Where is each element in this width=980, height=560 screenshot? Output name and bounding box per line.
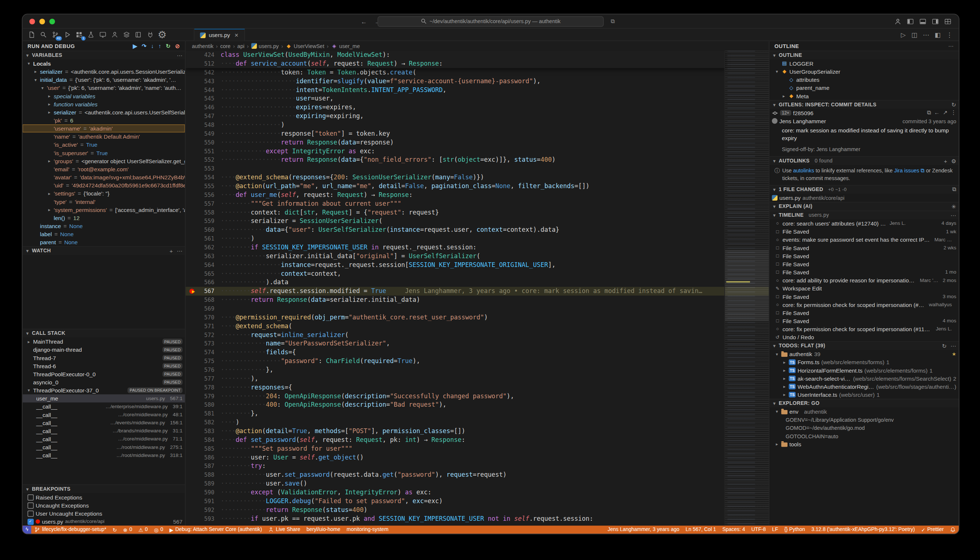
variable-row[interactable]: ▸serializer=<authentik.core.api.users.Us… xyxy=(22,108,185,116)
line-number[interactable]: 560 xyxy=(186,225,220,234)
code-line[interactable]: 591············LOGGER.debug("Failed to s… xyxy=(186,497,769,506)
timeline-item[interactable]: □File Saved4 mos xyxy=(770,317,959,325)
line-number[interactable]: 591 xyxy=(186,497,220,506)
callstack-frame-row[interactable]: user_meusers.py567:1 xyxy=(22,394,185,402)
breakpoints-section-header[interactable]: ▾ BREAKPOINTS xyxy=(22,485,185,493)
todos-refresh-icon[interactable]: ↻ xyxy=(942,343,947,349)
callstack-thread-row[interactable]: asyncio_0PAUSED xyxy=(22,378,185,386)
statusbar-warnings[interactable]: ⚠0 xyxy=(135,525,151,533)
variable-row[interactable]: ▸'system_permissions'=['access_admin_int… xyxy=(22,206,185,214)
breadcrumb[interactable]: authentik›core›api›users.py›◆UserViewSet… xyxy=(186,41,769,51)
breadcrumb-item[interactable]: api xyxy=(237,43,244,49)
tab-users-py[interactable]: users.py ✕ xyxy=(194,28,245,40)
go-env-row[interactable]: ▾envauthentik xyxy=(770,407,959,415)
code-line[interactable]: 584····def set_password(self, request: R… xyxy=(186,436,769,445)
line-number[interactable]: 571 xyxy=(186,322,220,331)
breakpoint-row[interactable]: Uncaught Exceptions xyxy=(22,501,185,509)
timeline-item[interactable]: ○events: make sure password set event ha… xyxy=(770,235,959,243)
line-number[interactable]: ▶567 xyxy=(186,287,220,296)
history-back-button[interactable]: ← xyxy=(360,18,367,25)
minimap-viewport[interactable] xyxy=(725,250,769,321)
line-number[interactable]: 555 xyxy=(186,182,220,191)
todo-file-row[interactable]: ▸TSUserInterface.ts(web/src/user)1 xyxy=(770,390,959,398)
breadcrumb-item[interactable]: users.py xyxy=(251,43,279,49)
code-line[interactable]: 586········user: User = self.get_object(… xyxy=(186,453,769,462)
command-center[interactable]: ~/dev/authentik/authentik/core/api/users… xyxy=(377,16,604,27)
variable-row[interactable]: ▸'groups'=<generator object UserSelfSeri… xyxy=(22,157,185,165)
line-number[interactable]: 552 xyxy=(186,155,220,164)
statusbar-live-share[interactable]: Live Share xyxy=(265,525,303,533)
variable-row[interactable]: ▾'user'={'pk': 6, 'username': 'akadmin',… xyxy=(22,83,185,92)
variable-row[interactable]: label=None xyxy=(22,230,185,238)
disconnect-button[interactable]: ⊘ xyxy=(175,43,180,49)
code-line[interactable]: 566············).data xyxy=(186,278,769,287)
variable-row[interactable]: parent=None xyxy=(22,238,185,246)
line-number[interactable]: 579 xyxy=(186,392,220,400)
code-line[interactable]: 571····@extend_schema( xyxy=(186,322,769,331)
variable-row[interactable]: 'is_superuser'=True xyxy=(22,149,185,157)
watch-more-icon[interactable]: ⋯ xyxy=(177,248,183,254)
statusbar-remote-indicator[interactable]: ϟ xyxy=(22,525,31,533)
variable-row[interactable]: 'email'='root@example.com' xyxy=(22,165,185,173)
code-line[interactable]: 569 xyxy=(186,304,769,313)
code-line[interactable]: 563············serializer.initial_data["… xyxy=(186,252,769,261)
line-number[interactable]: 544 xyxy=(186,85,220,94)
line-number[interactable]: 582 xyxy=(186,418,220,427)
checkbox[interactable] xyxy=(28,494,34,500)
checkbox[interactable] xyxy=(28,510,34,517)
jira-issues-link[interactable]: Jira issues ⧉ xyxy=(894,168,925,174)
todo-file-row[interactable]: ▸TSak-search-select-view.ts(web/src/elem… xyxy=(770,375,959,383)
restart-button[interactable]: ↻ xyxy=(166,43,170,49)
code-line[interactable]: 547····················expiring=expiring… xyxy=(186,112,769,121)
checkbox[interactable] xyxy=(28,502,34,508)
line-number[interactable]: 562 xyxy=(186,243,220,252)
code-line[interactable]: 565················context=context, xyxy=(186,269,769,278)
breakpoint-row[interactable]: Raised Exceptions xyxy=(22,493,185,501)
line-number[interactable]: 581 xyxy=(186,409,220,418)
timeline-item[interactable]: □File Saved1 mo xyxy=(770,268,959,276)
code-line[interactable]: 555····@action(url_path="me", url_name="… xyxy=(186,182,769,191)
code-line[interactable]: 570····@permission_required(obj_perm="au… xyxy=(186,313,769,322)
variable-row[interactable]: ▸'settings'={'locale': ''} xyxy=(22,189,185,197)
variable-row[interactable]: 'is_active'=True xyxy=(22,140,185,148)
timeline-section-header[interactable]: ▾ TIMELINE users.py ⋯ xyxy=(770,210,959,219)
code-line[interactable]: 593········if user.pk == request.user.pk… xyxy=(186,514,769,523)
statusbar-git-branch[interactable]: lifecycle/fix-debugger-setup* xyxy=(32,525,110,533)
code-line[interactable]: 559········serializer = SessionUserSeria… xyxy=(186,217,769,225)
timeline-item[interactable]: ○core: add ability to provide reason for… xyxy=(770,276,959,284)
line-number[interactable]: 589 xyxy=(186,479,220,488)
code-line[interactable]: 587········try: xyxy=(186,462,769,470)
callstack-frame-row[interactable]: __call__…/enterprise/middleware.py39:1 xyxy=(22,402,185,410)
layout-toggle-icon[interactable] xyxy=(932,18,939,25)
outline-item[interactable]: ◇parent_name xyxy=(770,83,959,92)
code-line[interactable]: 581········}, xyxy=(186,409,769,418)
activity-search-icon[interactable] xyxy=(39,30,48,40)
timeline-item[interactable]: □File Saved xyxy=(770,260,959,268)
statusbar-ports[interactable]: ◎0 xyxy=(151,525,166,533)
code-line[interactable]: 588············user.set_password(request… xyxy=(186,470,769,479)
code-line[interactable]: 564················instance=request._req… xyxy=(186,261,769,270)
code-line[interactable]: ▶567········self.request.session.modifie… xyxy=(186,287,769,296)
code-line[interactable]: 568········return Response(data=serializ… xyxy=(186,296,769,304)
timeline-item[interactable]: ○core: fix permission check for scoped i… xyxy=(770,325,959,333)
timeline-item[interactable]: ○core: search users' attributes (#12740)… xyxy=(770,219,959,227)
outline-item[interactable]: ◇attributes xyxy=(770,75,959,83)
code-line[interactable]: 553 xyxy=(186,164,769,173)
code-line[interactable]: 554····@extend_schema(responses={200: Se… xyxy=(186,173,769,182)
statusbar-prettier[interactable]: ✓Prettier xyxy=(918,525,947,533)
code-line[interactable]: 577········), xyxy=(186,375,769,383)
activity-branch-icon[interactable]: 42 xyxy=(51,30,60,40)
breadcrumb-item[interactable]: ◆UserViewSet xyxy=(286,43,325,49)
titlebar[interactable]: ← → ~/dev/authentik/authentik/core/api/u… xyxy=(22,14,959,28)
sticky-line[interactable]: 512····def service_account(self, request… xyxy=(186,59,725,68)
callstack-thread-row[interactable]: ▸MainThreadPAUSED xyxy=(22,337,185,345)
variable-row[interactable]: ▸serializer=<authentik.core.api.users.Se… xyxy=(22,67,185,75)
go-env-variable[interactable]: GOTOOLCHAIN=auto xyxy=(770,432,959,440)
code-line[interactable]: 580············400: OpenApiResponse(desc… xyxy=(186,400,769,409)
code-line[interactable]: 575················"password": CharField… xyxy=(186,357,769,366)
code-line[interactable]: 560············data={"user": UserSelfSer… xyxy=(186,225,769,234)
line-number[interactable]: 550 xyxy=(186,138,220,147)
step-out-button[interactable]: ↑ xyxy=(158,43,162,49)
todo-file-row[interactable]: ▸TSWebAuthnAuthenticatorRegisterStage.ts… xyxy=(770,383,959,390)
outline-item[interactable]: ▾◆UserGroupSerializer xyxy=(770,67,959,75)
